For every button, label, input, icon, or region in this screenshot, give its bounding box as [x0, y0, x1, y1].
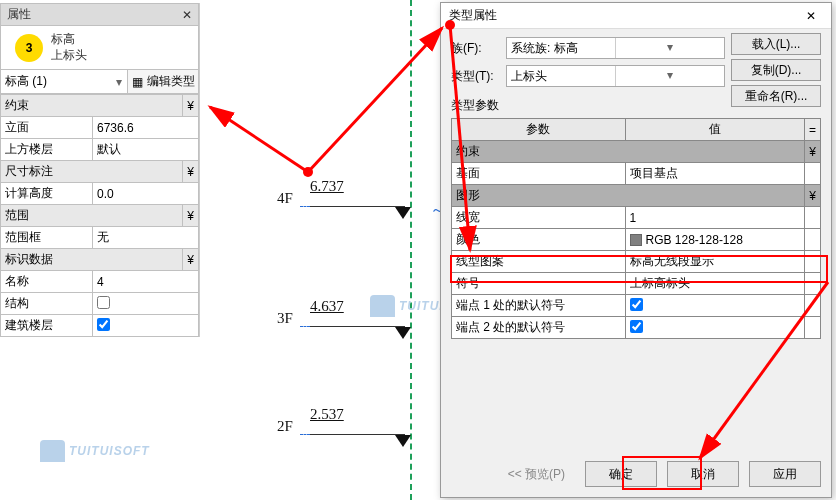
section-graphics[interactable]: 图形 [452, 185, 805, 207]
row-value[interactable]: 默认 [93, 139, 199, 161]
family-select[interactable]: 系统族: 标高 ▾ [506, 37, 725, 59]
building-checkbox[interactable] [97, 318, 110, 331]
row-value[interactable]: 项目基点 [625, 163, 804, 185]
type-label: 类型(T): [451, 68, 506, 85]
row-label: 建筑楼层 [1, 315, 93, 337]
row-value[interactable]: 1 [625, 207, 804, 229]
row-value[interactable]: 6736.6 [93, 117, 199, 139]
row-label: 结构 [1, 293, 93, 315]
row-label: 线宽 [452, 207, 626, 229]
row-label: 端点 2 处的默认符号 [452, 317, 626, 339]
level-elevation[interactable]: 2.537 [310, 406, 344, 423]
section-toggle[interactable]: ¥ [183, 95, 199, 117]
annotation-badge: 3 [15, 34, 43, 62]
type-value: 上标头 [507, 66, 615, 86]
watermark: TUITUISOFT [40, 440, 150, 462]
section-toggle[interactable]: ¥ [183, 249, 199, 271]
type-select[interactable]: 上标头 ▾ [506, 65, 725, 87]
section-toggle[interactable]: ¥ [183, 161, 199, 183]
row-label: 计算高度 [1, 183, 93, 205]
chevron-down-icon: ▾ [615, 66, 724, 86]
row-value[interactable] [625, 295, 804, 317]
type-labels: 标高 上标头 [51, 32, 87, 63]
section-extent[interactable]: 范围 [1, 205, 183, 227]
dialog-titlebar[interactable]: 类型属性 ✕ [441, 3, 831, 29]
dialog-title: 类型属性 [449, 7, 497, 24]
row-value[interactable]: RGB 128-128-128 [625, 229, 804, 251]
type-subname: 上标头 [51, 48, 87, 64]
level-elevation[interactable]: 6.737 [310, 178, 344, 195]
rename-button[interactable]: 重命名(R)... [731, 85, 821, 107]
type-name: 标高 [51, 32, 87, 48]
col-eq: = [804, 119, 820, 141]
properties-panel: 属性 ✕ 3 标高 上标头 标高 (1) ▾ ▦ 编辑类型 约束¥ 立面6736… [0, 3, 200, 337]
color-swatch [630, 234, 642, 246]
elephant-icon [40, 440, 65, 462]
annotation-highlight-row [450, 255, 828, 283]
edit-type-label: 编辑类型 [147, 73, 195, 90]
preview-button[interactable]: << 预览(P) [508, 466, 565, 483]
level-marker-icon [395, 207, 411, 219]
type-params-grid: 参数 值 = 约束¥ 基面项目基点 图形¥ 线宽1 颜色RGB 128-128-… [451, 118, 821, 339]
end1-checkbox[interactable] [630, 298, 643, 311]
grid-line [410, 0, 412, 500]
row-value[interactable] [625, 317, 804, 339]
load-button[interactable]: 载入(L)... [731, 33, 821, 55]
properties-title: 属性 [7, 6, 31, 23]
row-value[interactable] [93, 315, 199, 337]
row-value[interactable]: 4 [93, 271, 199, 293]
level-elevation[interactable]: 4.637 [310, 298, 344, 315]
col-value: 值 [625, 119, 804, 141]
family-value: 系统族: 标高 [507, 38, 615, 58]
copy-button[interactable]: 复制(D)... [731, 59, 821, 81]
level-line[interactable] [310, 434, 405, 435]
level-line[interactable] [310, 326, 405, 327]
type-properties-dialog: 类型属性 ✕ 族(F): 系统族: 标高 ▾ 类型(T): 上标头 ▾ 载入(L… [440, 2, 832, 498]
level-marker-icon [395, 327, 411, 339]
row-value[interactable]: 无 [93, 227, 199, 249]
close-icon[interactable]: ✕ [182, 8, 192, 22]
level-name[interactable]: 4F [277, 190, 293, 207]
chevron-down-icon: ▾ [111, 75, 127, 89]
row-label: 基面 [452, 163, 626, 185]
struct-checkbox[interactable] [97, 296, 110, 309]
level-marker-icon [395, 435, 411, 447]
apply-button[interactable]: 应用 [749, 461, 821, 487]
row-label: 立面 [1, 117, 93, 139]
level-line[interactable] [310, 206, 405, 207]
chevron-down-icon: ▾ [615, 38, 724, 58]
grid-icon: ▦ [132, 75, 143, 89]
close-icon[interactable]: ✕ [799, 9, 823, 23]
level-name[interactable]: 3F [277, 310, 293, 327]
section-toggle[interactable]: ¥ [183, 205, 199, 227]
section-identity[interactable]: 标识数据 [1, 249, 183, 271]
row-label: 端点 1 处的默认符号 [452, 295, 626, 317]
section-dims[interactable]: 尺寸标注 [1, 161, 183, 183]
col-param: 参数 [452, 119, 626, 141]
properties-header: 属性 ✕ [0, 3, 199, 26]
row-label: 上方楼层 [1, 139, 93, 161]
row-label: 名称 [1, 271, 93, 293]
properties-grid: 约束¥ 立面6736.6 上方楼层默认 尺寸标注¥ 计算高度0.0 范围¥ 范围… [0, 94, 199, 337]
row-value[interactable]: 0.0 [93, 183, 199, 205]
row-label: 范围框 [1, 227, 93, 249]
section-toggle[interactable]: ¥ [804, 141, 820, 163]
family-label: 族(F): [451, 40, 506, 57]
instance-selector-value: 标高 (1) [1, 70, 111, 93]
annotation-highlight-ok [622, 456, 702, 490]
row-label: 颜色 [452, 229, 626, 251]
level-name[interactable]: 2F [277, 418, 293, 435]
type-selector-row: 标高 (1) ▾ ▦ 编辑类型 [0, 70, 199, 94]
edit-type-button[interactable]: ▦ 编辑类型 [128, 70, 198, 93]
section-constraints[interactable]: 约束 [1, 95, 183, 117]
end2-checkbox[interactable] [630, 320, 643, 333]
type-preview[interactable]: 3 标高 上标头 [0, 26, 199, 70]
section-toggle[interactable]: ¥ [804, 185, 820, 207]
instance-selector[interactable]: 标高 (1) ▾ [1, 70, 128, 93]
row-value[interactable] [93, 293, 199, 315]
section-constraints[interactable]: 约束 [452, 141, 805, 163]
